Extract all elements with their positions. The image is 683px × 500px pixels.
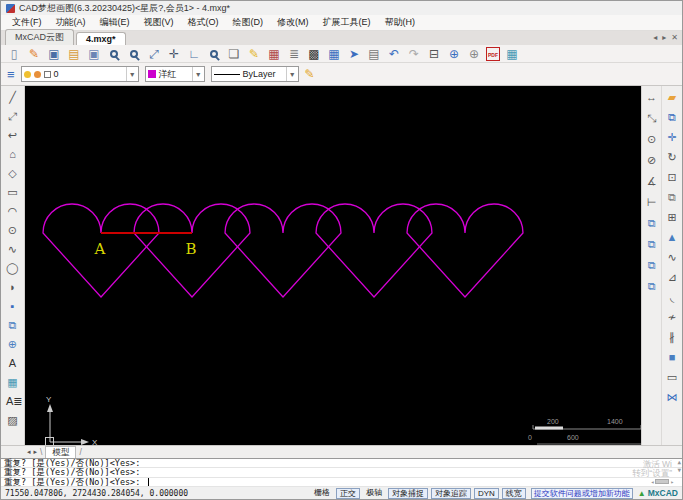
toggle-DYN[interactable]: DYN (474, 488, 499, 499)
text-style-icon[interactable]: ≣ (286, 46, 302, 62)
dim-continue-icon[interactable]: ⊢ (644, 194, 659, 210)
open-folder-icon[interactable]: ▤ (66, 46, 82, 62)
draw-hatch-icon[interactable]: ▨ (5, 412, 20, 428)
pan-icon[interactable]: ✛ (166, 46, 182, 62)
save-icon[interactable]: ▣ (46, 46, 62, 62)
undo-icon[interactable]: ↶ (386, 46, 402, 62)
display-settings-icon[interactable]: ▦ (326, 46, 342, 62)
draw-xline-icon[interactable]: ⤢ (5, 108, 20, 124)
select-cursor-icon[interactable]: ➤ (346, 46, 362, 62)
heart-entity[interactable] (407, 204, 523, 297)
drawing-canvas[interactable]: AB Y X 200 1400 (25, 86, 641, 445)
rect-edit-icon[interactable]: ▭ (665, 369, 680, 385)
dim-angular-icon[interactable]: ∡ (644, 173, 659, 189)
erase-icon[interactable]: ▰ (665, 89, 680, 105)
ucs-axes-icon[interactable]: ∟ (186, 46, 202, 62)
heart-entity[interactable] (316, 204, 432, 297)
menu-item-8[interactable]: 帮助(H) (378, 15, 423, 30)
layer-manager-icon[interactable]: ≡ (7, 67, 15, 82)
insert-raster-image-icon[interactable]: ▦ (5, 374, 20, 390)
block-edit-icon[interactable]: ⧉ (644, 257, 659, 273)
print-icon[interactable]: ⊟ (426, 46, 442, 62)
draw-spline-icon[interactable]: ∿ (5, 241, 20, 257)
menu-item-1[interactable]: 功能(A) (49, 15, 93, 30)
offset-icon[interactable]: ⊡ (665, 169, 680, 185)
draw-polygon-icon[interactable]: ⌂ (5, 146, 20, 162)
tab-drawing-4mxg[interactable]: 4.mxg* (76, 32, 126, 45)
insert-block-icon[interactable]: ⊕ (5, 336, 20, 352)
mirror-icon[interactable]: ▲ (665, 229, 680, 245)
copy-block-icon[interactable]: ⧉ (644, 236, 659, 252)
new-file-icon[interactable]: ▯ (6, 46, 22, 62)
toggle-正交[interactable]: 正交 (336, 488, 360, 499)
command-scroll-horizontal[interactable]: ◂▸ (651, 478, 674, 485)
draw-arc-icon[interactable]: ◠ (5, 203, 20, 219)
draw-ellipse-arc-icon[interactable]: ◗ (5, 279, 20, 295)
paste-icon[interactable]: ⧉ (665, 189, 680, 205)
draw-circle-icon[interactable]: ⊙ (5, 222, 20, 238)
color-select[interactable]: 洋红 ▼ (145, 66, 205, 82)
toggle-极轴[interactable]: 极轴 (363, 488, 385, 499)
toggle-对象捕捉[interactable]: 对象捕捉 (388, 488, 428, 499)
select-zoom-icon[interactable]: ❏ (226, 46, 242, 62)
toggle-线宽[interactable]: 线宽 (502, 488, 526, 499)
tab-close-icon[interactable]: ✕ (671, 33, 678, 42)
draw-pencil-icon[interactable]: ✎ (246, 46, 262, 62)
layout-prev-icon[interactable]: ◂ (27, 448, 31, 456)
draw-rectangle-icon[interactable]: ▭ (5, 184, 20, 200)
explode-icon[interactable]: ⧉ (644, 278, 659, 294)
menu-item-0[interactable]: 文件(F) (5, 15, 49, 30)
dim-linear-icon[interactable]: ↔ (644, 89, 659, 105)
dim-aligned-icon[interactable]: ⤡ (644, 110, 659, 126)
layer-select[interactable]: 0 ▼ (21, 66, 139, 82)
draw-line-icon[interactable]: ╱ (5, 89, 20, 105)
toggle-对象追踪[interactable]: 对象追踪 (431, 488, 471, 499)
tab-scroll-left-icon[interactable]: ◂ (653, 33, 657, 42)
export-pdf-icon[interactable]: PDF (486, 47, 500, 61)
box3d-icon[interactable]: ■ (665, 349, 680, 365)
command-window[interactable]: 激活 Wi 转到“设置” ▲▼ 重复? [是(Yes)/否(No)]<Yes>:… (1, 458, 682, 486)
menu-item-4[interactable]: 格式(O) (181, 15, 226, 30)
palette-icon[interactable]: ▦ (266, 46, 282, 62)
web-publish-icon[interactable]: ⊕ (446, 46, 462, 62)
tab-scroll-right-icon[interactable]: ▸ (662, 33, 666, 42)
zoom-realtime-icon[interactable] (206, 46, 222, 62)
tab-model[interactable]: 模型 (45, 446, 76, 459)
dim-diameter-icon[interactable]: ⊘ (644, 152, 659, 168)
options-icon[interactable]: ▤ (366, 46, 382, 62)
point-label-A[interactable]: A (94, 240, 106, 258)
insert-image-icon[interactable]: ▦ (504, 46, 520, 62)
menu-item-5[interactable]: 绘图(D) (226, 15, 271, 30)
layers-icon[interactable]: ▩ (306, 46, 322, 62)
menu-item-7[interactable]: 扩展工具(E) (316, 15, 378, 30)
web-tools-icon[interactable]: ⊕ (466, 46, 482, 62)
menu-item-6[interactable]: 修改(M) (270, 15, 316, 30)
command-scroll-vertical[interactable]: ▲▼ (677, 459, 681, 473)
break-icon[interactable]: ≁ (665, 309, 680, 325)
make-block-icon[interactable]: ⧉ (5, 317, 20, 333)
join-icon[interactable]: ⋈ (665, 389, 680, 405)
linetype-select[interactable]: ByLayer ▼ (211, 66, 299, 82)
draw-mtext-icon[interactable]: A≣ (5, 393, 20, 409)
draw-ellipse-icon[interactable]: ◯ (5, 260, 20, 276)
point-label-B[interactable]: B (185, 240, 196, 258)
draw-point-icon[interactable]: ▪ (5, 298, 20, 314)
zoom-window-icon[interactable] (126, 46, 142, 62)
command-input-line[interactable]: 重复? [是(Yes)/否(No)]<Yes>: (1, 478, 682, 487)
spline-edit-icon[interactable]: ∿ (665, 249, 680, 265)
heart-entity[interactable] (225, 204, 341, 297)
menu-item-3[interactable]: 视图(V) (137, 15, 181, 30)
draw-text-icon[interactable]: A (5, 355, 20, 371)
zoom-in-icon[interactable] (106, 46, 122, 62)
copy-icon[interactable]: ⧉ (665, 109, 680, 125)
edit-brush-icon[interactable]: ✎ (26, 46, 42, 62)
draw-revcloud-icon[interactable]: ↩ (5, 127, 20, 143)
dim-radius-icon[interactable]: ⊙ (644, 131, 659, 147)
menu-item-2[interactable]: 编辑(E) (93, 15, 137, 30)
tab-mxcad-cloud[interactable]: MxCAD云图 (5, 29, 74, 45)
draw-polyline-icon[interactable]: ◇ (5, 165, 20, 181)
draw-order-pencil-icon[interactable]: ✎ (305, 67, 315, 81)
move-icon[interactable]: ✛ (665, 129, 680, 145)
rotate-icon[interactable]: ↻ (665, 149, 680, 165)
scale-icon[interactable]: ⊿ (665, 269, 680, 285)
